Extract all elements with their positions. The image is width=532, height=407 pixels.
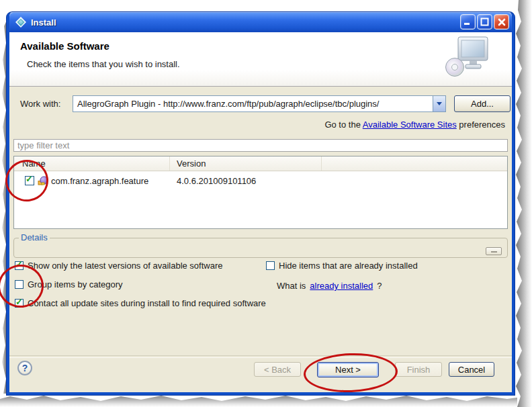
back-button: < Back xyxy=(254,362,301,377)
option-label: Contact all update sites during install … xyxy=(28,298,266,308)
maximize-button[interactable] xyxy=(477,14,492,30)
torn-edge-right xyxy=(515,0,532,407)
available-software-sites-link[interactable]: Available Software Sites xyxy=(363,120,457,130)
details-label: Details xyxy=(19,232,50,242)
contact-sites-checkbox[interactable]: ✓ xyxy=(15,299,24,308)
sites-line-prefix: Go to the xyxy=(324,120,362,130)
computer-cd-icon xyxy=(445,36,489,78)
cancel-button[interactable]: Cancel xyxy=(449,362,494,377)
minimize-icon xyxy=(463,17,472,26)
column-header-empty xyxy=(322,156,507,171)
sites-preferences-line: Go to the Available Software Sites prefe… xyxy=(324,120,505,130)
finish-button: Finish xyxy=(395,362,442,377)
hide-installed-checkbox[interactable] xyxy=(266,261,275,270)
work-with-label: Work with: xyxy=(20,99,60,109)
work-with-value: AllegroGraph Plugin - http://www.franz.c… xyxy=(73,99,433,109)
what-is-prefix: What is xyxy=(277,281,306,291)
next-button[interactable]: Next > xyxy=(317,362,379,377)
details-toggle-button[interactable] xyxy=(486,247,502,255)
button-bar-separator xyxy=(9,355,512,358)
check-icon: ✓ xyxy=(15,298,23,306)
close-icon xyxy=(498,18,506,26)
option-contact-sites[interactable]: ✓ Contact all update sites during instal… xyxy=(15,298,266,308)
column-header-version[interactable]: Version xyxy=(170,156,322,171)
combo-dropdown-button[interactable] xyxy=(433,96,445,111)
sites-line-suffix: preferences xyxy=(457,120,505,130)
maximize-icon xyxy=(480,17,489,26)
table-row[interactable]: ✓ com.franz.agraph.feature 4.0.6.2010091… xyxy=(14,173,507,188)
close-button[interactable] xyxy=(494,14,509,30)
option-hide-installed[interactable]: Hide items that are already installed xyxy=(266,261,418,271)
title-bar[interactable]: Install xyxy=(9,12,512,32)
option-group-category[interactable]: Group items by category xyxy=(15,279,123,289)
help-button[interactable]: ? xyxy=(17,361,32,375)
torn-edge-bottom xyxy=(0,394,517,407)
option-label: Group items by category xyxy=(28,279,123,289)
feature-icon xyxy=(38,175,48,186)
wizard-header: Available Software Check the items that … xyxy=(9,32,512,87)
column-header-name[interactable]: Name xyxy=(14,156,170,171)
page-subtitle: Check the items that you wish to install… xyxy=(27,59,180,69)
already-installed-link[interactable]: already installed xyxy=(310,281,373,291)
install-dialog: Install Available Software Check the ite… xyxy=(7,12,515,395)
group-items-checkbox[interactable] xyxy=(15,280,24,289)
update-site-diamond-icon xyxy=(15,16,27,28)
chevron-down-icon xyxy=(437,102,442,105)
work-with-combobox[interactable]: AllegroGraph Plugin - http://www.franz.c… xyxy=(73,95,446,112)
window-title: Install xyxy=(31,17,56,28)
check-icon: ✓ xyxy=(15,260,23,269)
details-toggle-icon xyxy=(491,251,497,253)
show-latest-checkbox[interactable]: ✓ xyxy=(15,261,24,270)
option-show-latest[interactable]: ✓ Show only the latest versions of avail… xyxy=(15,261,223,271)
check-icon: ✓ xyxy=(26,175,33,183)
what-is-installed-line: What is already installed? xyxy=(277,281,382,291)
minimize-button[interactable] xyxy=(460,14,476,30)
option-label: Hide items that are already installed xyxy=(279,261,418,271)
add-button[interactable]: Add... xyxy=(454,95,511,112)
details-group xyxy=(13,238,508,258)
page-title: Available Software xyxy=(20,40,109,52)
feature-version: 4.0.6.201009101106 xyxy=(177,176,256,186)
table-header[interactable]: Name Version xyxy=(14,156,507,171)
software-table[interactable]: Name Version ✓ com.franz.agraph.feature … xyxy=(13,156,508,229)
filter-input[interactable] xyxy=(13,139,508,152)
option-label: Show only the latest versions of availab… xyxy=(28,261,223,271)
feature-row-checkbox[interactable]: ✓ xyxy=(25,176,34,185)
what-is-suffix: ? xyxy=(377,281,382,291)
feature-name: com.franz.agraph.feature xyxy=(51,176,148,186)
